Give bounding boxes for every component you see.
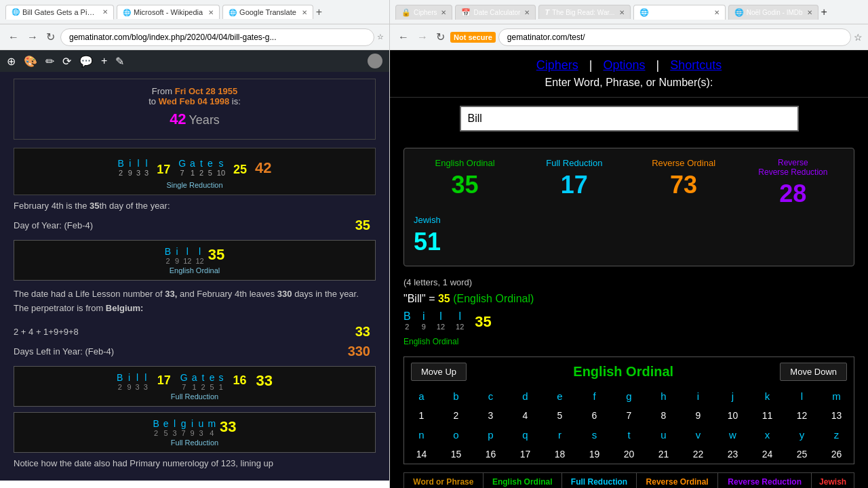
gb2-label: Full Reduction: [20, 392, 370, 401]
day-of-year-row: Day of Year: (Feb-4) 35: [14, 216, 376, 235]
not-secure-badge: Not secure: [450, 32, 496, 43]
nav-shortcuts[interactable]: Shortcuts: [670, 58, 722, 73]
jewish-value: 51: [414, 228, 844, 256]
gb2-a: a1: [192, 372, 197, 391]
35th-bold: 35: [90, 201, 99, 211]
new-tab-button[interactable]: +: [316, 6, 322, 18]
tab-close-1[interactable]: ✕: [208, 9, 214, 16]
gb3-m: m4: [208, 418, 216, 437]
wp-plus-icon[interactable]: +: [101, 55, 107, 67]
wp-edit-icon[interactable]: ✏: [45, 55, 54, 68]
alpha-e: e: [542, 386, 577, 406]
back-button[interactable]: ←: [5, 30, 22, 45]
right-tab-bigread[interactable]: T The Big Read: War... ✕: [538, 5, 630, 19]
years-value: 42: [170, 110, 186, 127]
mid-num2: 25: [233, 163, 247, 177]
letter-breakdown: B 2 i 9 l 12 l 12 35: [390, 308, 868, 333]
letter-l1: l3: [136, 158, 140, 177]
right-star-icon: ☆: [854, 32, 863, 43]
nav-options[interactable]: Options: [603, 58, 645, 73]
tab-close-2[interactable]: ✕: [302, 9, 307, 16]
tab-wikipedia[interactable]: 🌐 Microsoft - Wikipedia ✕: [117, 5, 220, 19]
eng-ordinal-value: 35: [414, 171, 516, 199]
left-address-input[interactable]: [60, 28, 374, 46]
col-revred: Reverse Reduction: [718, 473, 812, 489]
reload-button[interactable]: ↻: [43, 29, 58, 45]
right-tab-close-4[interactable]: ✕: [807, 9, 812, 16]
eng-ordinal-cell: English Ordinal 35: [414, 158, 516, 208]
jewish-row: Jewish 51: [414, 215, 844, 256]
col-rev: Reverse Ordinal: [637, 473, 718, 489]
nav-sep-1: |: [589, 58, 593, 73]
right-reload-button[interactable]: ↻: [433, 29, 448, 45]
letter-t: t2: [199, 158, 203, 177]
math-val-1: 33: [350, 323, 376, 341]
gematria-header: Ciphers | Options | Shortcuts Enter Word…: [390, 50, 868, 98]
from-date: Fri Oct 28 1955: [175, 86, 238, 96]
right-tab-close-2[interactable]: ✕: [619, 9, 625, 16]
right-back-button[interactable]: ←: [395, 30, 412, 45]
right-tab-gematrinat[interactable]: 🔒 Ciphers ✕: [395, 5, 452, 20]
right-address-input[interactable]: [498, 28, 851, 46]
tab-close-0[interactable]: ✕: [102, 8, 108, 16]
gematria-input[interactable]: [460, 106, 799, 131]
wp-toolbar: ⊕ 🎨 ✏ ⟳ 💬 + ✎: [0, 50, 389, 72]
move-down-button[interactable]: Move Down: [780, 363, 847, 381]
ll-330: 330: [277, 289, 292, 299]
gb3-result: 33: [220, 418, 236, 437]
gb2-G: G7: [180, 372, 188, 391]
right-new-tab-button[interactable]: +: [821, 6, 827, 18]
alpha-g: g: [612, 386, 646, 406]
nav-ciphers[interactable]: Ciphers: [536, 58, 578, 73]
gb2-B: B2: [117, 372, 123, 391]
right-tab-close-1[interactable]: ✕: [524, 9, 530, 16]
lb-i: i 9: [422, 310, 426, 331]
alpha-c: c: [473, 386, 508, 406]
right-forward-button[interactable]: →: [414, 30, 431, 45]
rev-ordinal-label: Reverse Ordinal: [633, 158, 735, 168]
name-letters-row: B2 i9 l3 l3 17 G7 a1 t2 e5 s10 25 42: [20, 158, 370, 177]
gb3-label: Full Reduction: [20, 439, 370, 447]
wp-paint-icon[interactable]: 🎨: [24, 55, 37, 68]
col-full: Full Reduction: [561, 473, 636, 489]
right-tab-noel-wiki[interactable]: 🌐 Noël Godin - Wiki... ✕: [633, 5, 726, 20]
wp-avatar[interactable]: [368, 54, 382, 68]
right-tab-close-3[interactable]: ✕: [714, 9, 719, 16]
wp-pencil-icon[interactable]: ✎: [115, 55, 124, 68]
right-panel: 🔒 Ciphers ✕ 📅 Date Calculator ✕ T The Bi…: [390, 0, 868, 488]
gem-i: i9: [175, 246, 179, 265]
name-result: 42: [255, 159, 271, 177]
day-value: 35: [350, 216, 376, 235]
tab-bill-gates[interactable]: 🌐 Bill Gates Gets a Pie in th... ✕: [5, 5, 114, 20]
gem-label-1: English Ordinal: [20, 266, 370, 274]
letter-s: s10: [217, 158, 225, 177]
bill-quote: "Bill" =: [403, 293, 438, 304]
tab-google-translate[interactable]: 🌐 Google Translate ✕: [222, 5, 313, 19]
alpha-h: h: [646, 386, 681, 406]
alpha-i: i: [681, 386, 715, 406]
lb-label: English Ordinal: [390, 333, 868, 348]
right-tab-icon-4: 🌐: [734, 8, 744, 17]
right-tab-close-0[interactable]: ✕: [441, 9, 446, 16]
left-panel: 🌐 Bill Gates Gets a Pie in th... ✕ 🌐 Mic…: [0, 0, 390, 488]
feb4-text: February 4th is the 35th day of the year…: [14, 201, 376, 211]
alpha-b: b: [439, 386, 473, 406]
wp-logo-icon[interactable]: ⊕: [7, 55, 16, 68]
gem-B: B2: [165, 246, 171, 265]
right-tab-noel-imdb[interactable]: 🌐 Noël Godin - IMDb ✕: [728, 5, 818, 20]
name-row-box: B2 i9 l3 l3 17 G7 a1 t2 e5 s10 25 42 Sin…: [14, 148, 376, 195]
letter-a: a1: [190, 158, 195, 177]
wp-comment-icon[interactable]: 💬: [79, 55, 93, 68]
wp-sync-icon[interactable]: ⟳: [62, 55, 71, 68]
left-address-bar-row: ← → ↻ ☆: [0, 24, 389, 50]
move-up-button[interactable]: Move Up: [411, 363, 467, 381]
gb3-e: e5: [163, 418, 169, 437]
results-table-head: Word or Phrase English Ordinal Full Redu…: [404, 473, 854, 489]
forward-button[interactable]: →: [24, 30, 41, 45]
right-tab-icon-0: 🔒: [401, 8, 411, 17]
eng-ordinal-label: English Ordinal: [414, 158, 516, 168]
results-header-row: Word or Phrase English Ordinal Full Redu…: [404, 473, 854, 489]
right-tab-date-calc[interactable]: 📅 Date Calculator ✕: [455, 5, 536, 20]
cipher-table-section: Move Up English Ordinal Move Down a b c …: [403, 357, 854, 464]
to-date: Wed Feb 04 1998: [159, 96, 230, 106]
